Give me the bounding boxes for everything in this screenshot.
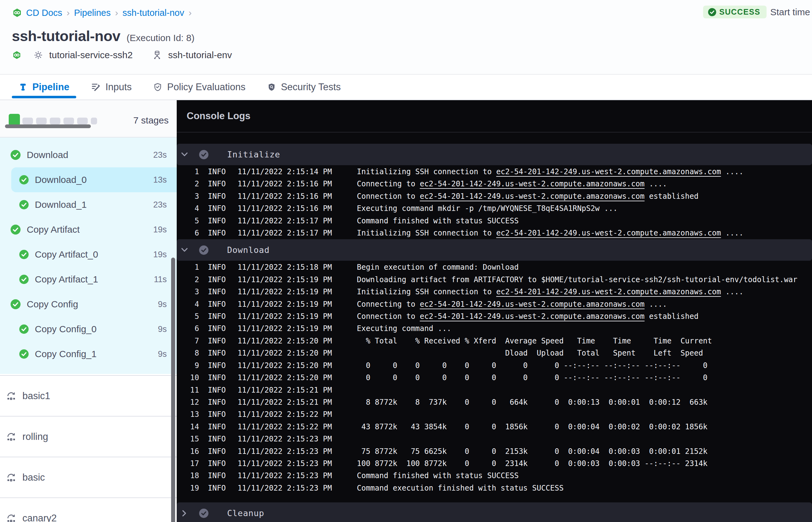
stage-row-download[interactable]: Download23s — [0, 142, 177, 167]
log-level: INFO — [208, 482, 237, 494]
log-level: INFO — [208, 445, 237, 458]
stage-row-copy-artifact[interactable]: Copy Artifact19s — [0, 217, 177, 242]
log-line-number: 12 — [177, 396, 199, 408]
pipeline-item-basic[interactable]: basic — [0, 457, 177, 497]
log-message: Executing command ... — [357, 324, 451, 333]
log-message: Downloading artifact from ARTIFACTORY to… — [357, 275, 797, 284]
stage-duration: 11s — [154, 275, 167, 284]
log-timestamp: 11/11/2022 2:15:20 PM — [237, 372, 357, 384]
log-host-link[interactable]: ec2-54-201-142-249.us-west-2.compute.ama… — [496, 167, 721, 176]
stage-square — [22, 118, 33, 124]
stage-row-copy-config-1[interactable]: Copy Config_19s — [0, 342, 177, 366]
service-name[interactable]: tutorial-service-ssh2 — [49, 50, 133, 60]
stage-progress-summary: 7 stages — [0, 100, 177, 138]
stage-row-copy-artifact-1[interactable]: Copy Artifact_111s — [0, 267, 177, 292]
breadcrumb: CD Docs›Pipelines›ssh-tutorial-nov› — [13, 7, 191, 18]
log-level: INFO — [208, 408, 237, 421]
stage-square — [77, 118, 88, 124]
execution-sidebar: 7 stages Download23sDownload_013sDownloa… — [0, 100, 177, 522]
log-message: Command finished with status SUCCESS — [357, 471, 519, 480]
log-timestamp: 11/11/2022 2:15:23 PM — [237, 482, 357, 494]
log-level: INFO — [208, 178, 237, 190]
log-host-link[interactable]: ec2-54-201-142-249.us-west-2.compute.ama… — [420, 180, 644, 188]
environment-icon — [153, 50, 162, 60]
breadcrumb-link[interactable]: ssh-tutorial-nov — [123, 8, 184, 18]
log-line: 12INFO11/11/2022 2:15:21 PM 8 8772k 8 73… — [177, 396, 812, 408]
stage-row-copy-config-0[interactable]: Copy Config_09s — [0, 317, 177, 342]
stage-row-copy-artifact-0[interactable]: Copy Artifact_019s — [0, 242, 177, 267]
log-timestamp: 11/11/2022 2:15:23 PM — [237, 445, 357, 458]
log-timestamp: 11/11/2022 2:15:22 PM — [237, 421, 357, 433]
log-section-lines: 1INFO11/11/2022 2:15:18 PMBegin executio… — [177, 261, 812, 494]
stages-count: 7 stages — [134, 115, 169, 126]
rolling-deploy-icon — [6, 391, 16, 401]
log-text: Connecting to — [357, 300, 420, 308]
policy-shield-check-icon — [154, 82, 162, 92]
log-section-name: Download — [227, 245, 269, 255]
stage-duration: 13s — [153, 175, 167, 185]
log-host-link[interactable]: ec2-54-201-142-249.us-west-2.compute.ama… — [420, 300, 644, 308]
environment-name[interactable]: ssh-tutorial-env — [168, 50, 232, 60]
log-line-number: 3 — [177, 286, 199, 298]
tab-inputs[interactable]: Inputs — [84, 75, 139, 100]
log-section-header-cleanup[interactable]: Cleanup — [177, 502, 812, 522]
log-section-cleanup: Cleanup — [177, 502, 812, 522]
log-line: 11INFO11/11/2022 2:15:21 PM — [177, 384, 812, 396]
pipeline-item-basic1[interactable]: basic1 — [0, 375, 177, 416]
chevron-down-icon — [181, 152, 188, 157]
breadcrumb-link[interactable]: CD Docs — [26, 8, 62, 18]
log-line-number: 1 — [177, 166, 199, 178]
log-host-link[interactable]: ec2-54-201-142-249.us-west-2.compute.ama… — [496, 287, 721, 296]
log-line-number: 4 — [177, 202, 199, 215]
log-level: INFO — [208, 396, 237, 408]
log-line: 1INFO11/11/2022 2:15:18 PMBegin executio… — [177, 261, 812, 274]
pipeline-icon — [19, 82, 27, 92]
log-text: 100 8772k 100 8772k 0 0 2314k 0 0:00:03 … — [357, 459, 708, 468]
console-log-area[interactable]: Initialize1INFO11/11/2022 2:15:14 PMInit… — [177, 133, 812, 522]
log-message: Connection to ec2-54-201-142-249.us-west… — [357, 312, 698, 321]
log-text: .... — [721, 229, 743, 237]
log-level: INFO — [208, 323, 237, 335]
tab-policy-evaluations-label: Policy Evaluations — [167, 81, 245, 93]
pipeline-item-canary2[interactable]: canary2 — [0, 497, 177, 522]
log-level: INFO — [208, 261, 237, 274]
breadcrumb-link[interactable]: Pipelines — [74, 8, 111, 18]
log-section-header-initialize[interactable]: Initialize — [177, 144, 812, 165]
log-line: 4INFO11/11/2022 2:15:19 PMConnecting to … — [177, 298, 812, 310]
log-line-number: 1 — [177, 261, 199, 274]
log-section-header-download[interactable]: Download — [177, 239, 812, 261]
check-circle-icon — [11, 225, 21, 235]
stage-progress-scrollbar[interactable] — [5, 124, 91, 128]
rolling-deploy-icon — [6, 432, 16, 442]
stage-label: Copy Config — [27, 299, 78, 309]
log-timestamp: 11/11/2022 2:15:19 PM — [237, 286, 357, 298]
tab-pipeline[interactable]: Pipeline — [12, 75, 76, 100]
log-level: INFO — [208, 458, 237, 470]
log-host-link[interactable]: ec2-54-201-142-249.us-west-2.compute.ama… — [420, 312, 644, 321]
log-text: Connecting to — [357, 180, 420, 188]
log-host-link[interactable]: ec2-54-201-142-249.us-west-2.compute.ama… — [496, 229, 721, 237]
breadcrumb-separator: › — [66, 7, 70, 18]
tab-security-tests[interactable]: Security Tests — [260, 75, 347, 100]
pipeline-item-rolling[interactable]: rolling — [0, 416, 177, 457]
log-host-link[interactable]: ec2-54-201-142-249.us-west-2.compute.ama… — [420, 192, 644, 201]
log-text: % Total % Received % Xferd Average Speed… — [357, 337, 712, 345]
status-badge-label: SUCCESS — [719, 7, 760, 17]
log-text: Connection to — [357, 312, 420, 321]
log-text: 0 0 0 0 0 0 0 0 --:--:-- --:--:-- --:--:… — [357, 361, 708, 370]
log-timestamp: 11/11/2022 2:15:20 PM — [237, 360, 357, 372]
stage-duration: 19s — [153, 250, 167, 259]
log-line: 14INFO11/11/2022 2:15:22 PM 43 8772k 43 … — [177, 421, 812, 433]
rolling-deploy-icon — [6, 513, 16, 522]
log-line-number: 4 — [177, 298, 199, 310]
log-section-lines: 1INFO11/11/2022 2:15:14 PMInitializing S… — [177, 165, 812, 239]
stage-row-copy-config[interactable]: Copy Config9s — [0, 292, 177, 317]
tab-policy-evaluations[interactable]: Policy Evaluations — [146, 75, 252, 100]
stage-row-download-1[interactable]: Download_123s — [0, 192, 177, 217]
stage-row-download-0[interactable]: Download_013s — [11, 167, 177, 192]
log-line: 10INFO11/11/2022 2:15:20 PM 0 0 0 0 0 0 … — [177, 372, 812, 384]
sidebar-scrollbar[interactable] — [171, 258, 175, 522]
stage-duration: 9s — [158, 300, 167, 309]
log-text: .... — [645, 180, 667, 188]
log-level: INFO — [208, 286, 237, 298]
